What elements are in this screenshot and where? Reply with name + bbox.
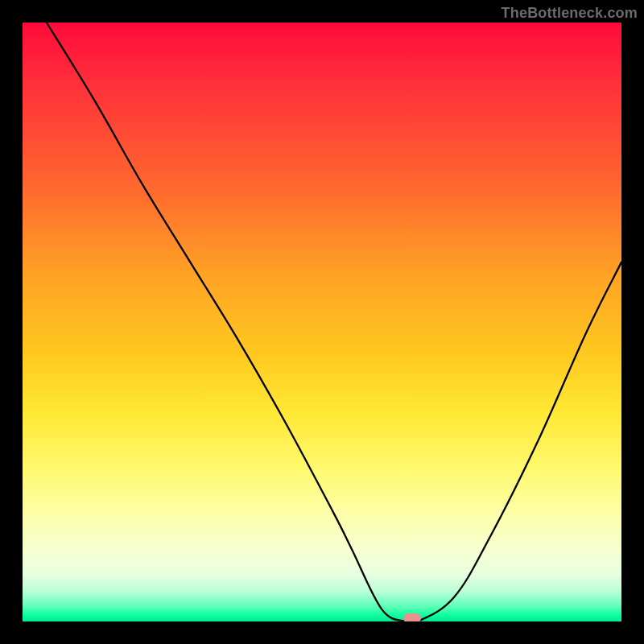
- optimal-marker: [403, 613, 421, 621]
- bottleneck-curve: [47, 23, 621, 621]
- bottleneck-curve-svg: [23, 23, 621, 621]
- plot-area: [23, 23, 621, 621]
- chart-frame: TheBottleneck.com: [0, 0, 644, 644]
- attribution-text: TheBottleneck.com: [502, 5, 638, 22]
